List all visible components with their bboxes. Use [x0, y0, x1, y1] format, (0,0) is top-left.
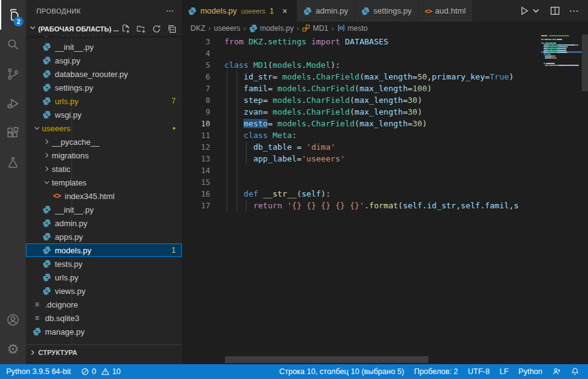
close-icon[interactable]: × [279, 6, 290, 16]
workspace-section-header[interactable]: (РАБОЧАЯ ОБЛАСТЬ) ... [26, 22, 182, 36]
breadcrumb-item-mesto[interactable]: mesto [337, 24, 368, 33]
file-icon: ≡ [32, 314, 42, 322]
tree-item-manage.py[interactable]: manage.py [26, 325, 182, 338]
tree-item-database-roouter.py[interactable]: database_roouter.py [26, 67, 182, 81]
code-token: CharField [316, 72, 359, 81]
indent-guide [237, 83, 237, 94]
tree-item-admin.py[interactable]: admin.py [26, 216, 182, 230]
editor-more-actions-icon[interactable]: ⋯ [569, 5, 579, 17]
code-token: : [292, 131, 297, 140]
vscode-window: 2 ⚙ ПРОВОДНИК ⋯ [0, 0, 588, 379]
tree-item-templates[interactable]: templates [26, 176, 182, 189]
tree-item-models.py[interactable]: models.py1 [26, 243, 182, 257]
tab-admin.py[interactable]: admin.py [297, 0, 355, 22]
collapse-all-icon[interactable] [167, 24, 177, 34]
breadcrumb-separator: › [296, 24, 299, 33]
tree-item-tests.py[interactable]: tests.py [26, 257, 182, 271]
code-token: import [311, 37, 340, 46]
run-debug-icon[interactable] [0, 89, 26, 118]
explorer-icon[interactable]: 2 [0, 0, 26, 30]
code-editor[interactable]: 3from DKZ.settings import DATABASES45cla… [182, 35, 588, 364]
vertical-scrollbar[interactable] [582, 35, 588, 91]
field-symbol-icon [337, 24, 345, 32]
tree-item-settings.py[interactable]: settings.py [26, 81, 182, 94]
code-line-5: 5class MD1(models.Model): [182, 59, 541, 71]
code-token: primary_key [432, 72, 485, 81]
sidebar-more-actions[interactable]: ⋯ [166, 6, 174, 15]
code-token: models [282, 72, 311, 81]
status-encoding[interactable]: UTF-8 [463, 364, 494, 379]
line-number: 9 [182, 106, 210, 118]
code-token: , [456, 201, 461, 210]
selected-text: mesto [243, 119, 267, 128]
tree-item--init-.py[interactable]: __init__.py [26, 40, 182, 54]
status-eol[interactable]: LF [494, 364, 513, 379]
new-folder-icon[interactable] [136, 24, 146, 34]
breadcrumb-item-models.py[interactable]: models.py [249, 24, 294, 33]
tree-item-useeers[interactable]: useeers● [26, 121, 182, 135]
tree-item-static[interactable]: static [26, 162, 182, 176]
status-cursor-position[interactable]: Строка 10, столбец 10 (выбрано 5) [274, 364, 409, 379]
indent-guide [227, 83, 227, 94]
tab-settings.py[interactable]: settings.py [355, 0, 419, 22]
tab-models.py[interactable]: models.pyuseeers1× [182, 0, 297, 22]
tree-item--pycache-[interactable]: __pycache__ [26, 135, 182, 149]
feedback-icon [552, 367, 561, 376]
indent-guide [227, 129, 227, 141]
settings-gear-icon[interactable]: ⚙ [0, 335, 26, 364]
status-language-mode[interactable]: Python [513, 364, 547, 379]
horizontal-scrollbar[interactable] [225, 356, 428, 363]
tree-item-asgi.py[interactable]: asgi.py [26, 54, 182, 67]
source-control-icon[interactable] [0, 59, 26, 89]
code-token [224, 201, 253, 210]
status-problems[interactable]: 010 [76, 364, 126, 379]
testing-icon[interactable] [0, 148, 26, 177]
extensions-icon[interactable] [0, 118, 26, 148]
tree-item-wsgi.py[interactable]: wsgi.py [26, 108, 182, 121]
tree-item-index345.html[interactable]: <>index345.html [26, 189, 182, 203]
code-token: return [253, 201, 282, 210]
line-number: 3 [182, 36, 210, 47]
code-token [224, 154, 253, 163]
breadcrumb-item-md1[interactable]: MD1 [302, 24, 328, 33]
python-icon [361, 7, 370, 15]
minimap[interactable] [541, 35, 582, 364]
status-indentation[interactable]: Пробелов: 2 [409, 364, 463, 379]
breadcrumb-item-dkz[interactable]: DKZ [190, 24, 205, 33]
code-token: = [267, 84, 277, 93]
run-dropdown-icon[interactable] [531, 6, 541, 16]
indent-guide [237, 129, 237, 141]
python-icon [42, 259, 52, 268]
tree-item-urls.py[interactable]: urls.py7 [26, 94, 182, 108]
status-notifications[interactable] [566, 364, 584, 379]
tree-item--init-.py[interactable]: __init__.py [26, 203, 182, 216]
tree-item-views.py[interactable]: views.py [26, 284, 182, 298]
run-python-file-button[interactable] [519, 6, 541, 16]
tab-bar: models.pyuseeers1×admin.pysettings.py<>a… [182, 0, 588, 22]
search-icon[interactable] [0, 30, 26, 59]
code-token: 'dima' [306, 142, 335, 152]
status-feedback[interactable] [547, 364, 566, 379]
indent-guide [237, 176, 237, 188]
tree-item-db.sqlite3[interactable]: ≡db.sqlite3 [26, 311, 182, 325]
tree-item-apps.py[interactable]: apps.py [26, 230, 182, 243]
tree-item-urls.py[interactable]: urls.py [26, 271, 182, 284]
tab-aud.html[interactable]: <>aud.html [419, 0, 473, 22]
indent-guide [237, 188, 237, 200]
indent-guide [227, 165, 227, 176]
code-token: ( [398, 201, 403, 210]
code-token: DKZ [248, 37, 263, 46]
tree-item-.dcignore[interactable]: ≡.dcignore [26, 298, 182, 311]
status-python-interpreter[interactable]: Python 3.9.5 64-bit [1, 364, 76, 379]
breadcrumb-item-useeers[interactable]: useeers [214, 24, 240, 33]
new-file-icon[interactable] [121, 24, 131, 34]
breadcrumb-separator: › [208, 24, 211, 33]
tree-item-indexelement[interactable]: indexelement [26, 36, 182, 40]
outline-section-header[interactable]: СТРУКТУРА [26, 344, 182, 359]
refresh-icon[interactable] [152, 24, 161, 34]
split-editor-icon[interactable] [550, 6, 560, 16]
tree-item-migrations[interactable]: migrations [26, 149, 182, 162]
account-icon[interactable] [0, 305, 26, 335]
code-token: __str__ [263, 189, 297, 198]
line-number: 6 [182, 71, 210, 83]
